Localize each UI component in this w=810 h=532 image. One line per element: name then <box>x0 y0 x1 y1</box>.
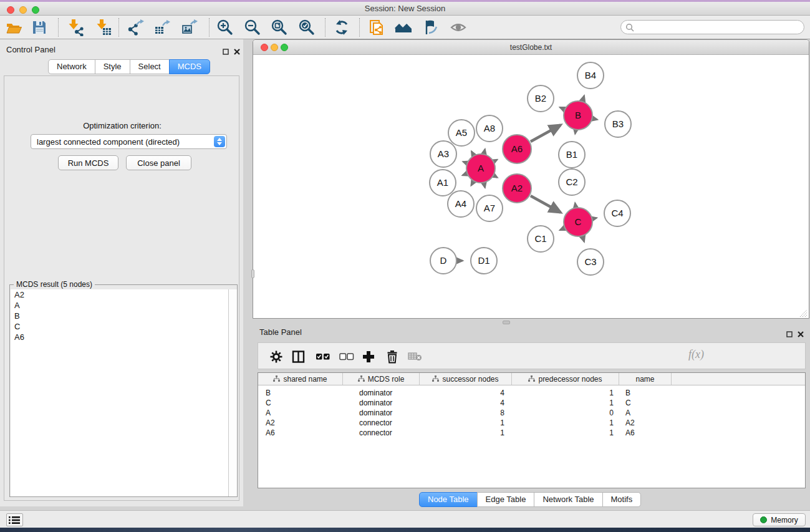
graph-node-D1[interactable]: D1 <box>471 248 497 274</box>
graph-node-A3[interactable]: A3 <box>430 141 456 167</box>
graph-edge-B-B3[interactable] <box>593 118 597 119</box>
optimization-criterion-select[interactable]: largest connected component (directed) <box>31 134 227 149</box>
task-history-button[interactable] <box>6 513 23 526</box>
column-header-name[interactable]: name <box>619 373 672 385</box>
column-header-shared-name[interactable]: shared name <box>258 373 343 385</box>
graph-edge-A6-B[interactable] <box>531 125 561 141</box>
graph-node-B2[interactable]: B2 <box>528 85 554 112</box>
graph-edge-A-A4[interactable] <box>471 182 473 186</box>
splitter-grip[interactable] <box>251 269 254 278</box>
close-window-button[interactable] <box>7 6 14 14</box>
table-row[interactable]: A2 connector 1 1 A2 <box>258 418 805 428</box>
tab-style[interactable]: Style <box>95 59 130 74</box>
mcds-result-item[interactable]: C <box>11 321 228 332</box>
graph-node-C1[interactable]: C1 <box>528 226 554 252</box>
import-table-icon[interactable] <box>94 19 112 36</box>
graph-edge-C-C4[interactable] <box>593 218 596 218</box>
delete-table-icon[interactable] <box>408 350 422 364</box>
graph-edge-B-B4[interactable] <box>582 95 584 100</box>
column-settings-icon[interactable] <box>292 350 306 364</box>
clone-network-icon[interactable] <box>369 19 386 36</box>
memory-button[interactable]: Memory <box>753 513 806 526</box>
zoom-in-icon[interactable] <box>216 19 234 36</box>
table-row[interactable]: C dominator 4 1 C <box>258 398 805 408</box>
graph-node-D[interactable]: D <box>430 248 456 274</box>
deselect-all-icon[interactable] <box>339 350 353 364</box>
float-panel-icon[interactable] <box>223 46 229 52</box>
graph-node-A6[interactable]: A6 <box>503 135 531 163</box>
graph-edge-A-A7[interactable] <box>484 183 485 187</box>
export-network-icon[interactable] <box>127 19 145 36</box>
graph-node-A1[interactable]: A1 <box>430 170 456 196</box>
close-panel-button[interactable]: Close panel <box>126 155 191 170</box>
refresh-layout-icon[interactable] <box>333 19 350 36</box>
zoom-out-icon[interactable] <box>244 19 261 36</box>
mcds-result-item[interactable]: A <box>11 300 228 311</box>
graph-edge-C-C2[interactable] <box>575 203 576 207</box>
open-file-icon[interactable] <box>5 19 22 36</box>
zoom-window-button[interactable] <box>32 6 39 14</box>
function-builder-icon[interactable]: f(x) <box>688 348 704 361</box>
graph-node-A5[interactable]: A5 <box>448 120 475 146</box>
graph-node-A2[interactable]: A2 <box>503 174 531 203</box>
column-header-mcds-role[interactable]: MCDS role <box>343 373 420 385</box>
close-network-window-button[interactable] <box>261 44 268 51</box>
zoom-fit-icon[interactable] <box>271 19 288 36</box>
search-input[interactable] <box>636 21 798 33</box>
graph-node-C[interactable]: C <box>564 208 592 236</box>
tab-node-table[interactable]: Node Table <box>419 492 478 507</box>
column-header-predecessor-nodes[interactable]: predecessor nodes <box>512 373 619 385</box>
graph-node-C3[interactable]: C3 <box>577 249 604 275</box>
export-table-icon[interactable] <box>154 19 171 36</box>
table-row[interactable]: B dominator 4 1 B <box>258 388 805 398</box>
graph-edge-A-A1[interactable] <box>463 174 466 175</box>
hide-graphics-details-icon[interactable] <box>422 19 439 36</box>
run-mcds-button[interactable]: Run MCDS <box>58 155 118 170</box>
graph-node-A8[interactable]: A8 <box>476 115 503 142</box>
minimize-network-window-button[interactable] <box>271 44 278 51</box>
mcds-result-item[interactable]: B <box>11 311 228 321</box>
graph-edge-A-A2[interactable] <box>494 176 498 178</box>
search-box[interactable] <box>620 20 804 34</box>
zoom-selected-icon[interactable] <box>298 19 316 36</box>
add-column-icon[interactable] <box>362 350 375 364</box>
show-graphics-details-icon[interactable] <box>450 19 467 36</box>
graph-edge-C-C1[interactable] <box>560 228 564 230</box>
gear-icon[interactable] <box>269 350 283 364</box>
mcds-result-item[interactable]: A2 <box>11 289 228 300</box>
mcds-result-item[interactable]: A6 <box>11 332 228 342</box>
graph-node-C4[interactable]: C4 <box>604 200 630 226</box>
delete-column-icon[interactable] <box>385 350 399 364</box>
graph-edge-A-A6[interactable] <box>494 160 497 161</box>
graph-node-A7[interactable]: A7 <box>476 195 503 221</box>
graph-node-B4[interactable]: B4 <box>577 62 604 89</box>
network-canvas[interactable]: AA1A2A3A4A5A6A7A8BB1B2B3B4CC1C2C3C4DD1 <box>253 56 809 318</box>
column-header-successor-nodes[interactable]: successor nodes <box>420 373 512 385</box>
close-panel-icon[interactable] <box>798 329 804 335</box>
export-image-icon[interactable] <box>181 19 198 36</box>
splitter-grip[interactable] <box>503 321 510 324</box>
home-icon[interactable] <box>395 19 412 36</box>
minimize-window-button[interactable] <box>19 6 27 14</box>
tab-mcds[interactable]: MCDS <box>169 59 210 74</box>
tab-network[interactable]: Network <box>48 59 95 74</box>
mcds-list-scrollbar[interactable] <box>228 289 237 496</box>
mcds-result-list[interactable]: A2 A B C A6 <box>11 289 228 496</box>
close-panel-icon[interactable] <box>234 46 240 52</box>
graph-edge-B-B2[interactable] <box>560 107 564 109</box>
graph-node-B3[interactable]: B3 <box>605 111 631 137</box>
graph-edge-A2-C[interactable] <box>531 196 561 212</box>
graph-node-A[interactable]: A <box>466 154 495 183</box>
window-resize-grip[interactable] <box>799 309 808 317</box>
tab-motifs[interactable]: Motifs <box>602 492 642 507</box>
graph-node-B1[interactable]: B1 <box>559 142 585 168</box>
tab-network-table[interactable]: Network Table <box>534 492 602 507</box>
tab-edge-table[interactable]: Edge Table <box>477 492 535 507</box>
import-network-icon[interactable] <box>66 19 84 36</box>
graph-edge-B-B1[interactable] <box>575 131 576 134</box>
table-row[interactable]: A6 connector 1 1 A6 <box>258 428 805 438</box>
graph-node-C2[interactable]: C2 <box>559 169 585 195</box>
table-row[interactable]: A dominator 8 0 A <box>258 408 805 418</box>
graph-edge-A-A8[interactable] <box>484 149 485 153</box>
graph-edge-C-C3[interactable] <box>582 237 584 242</box>
